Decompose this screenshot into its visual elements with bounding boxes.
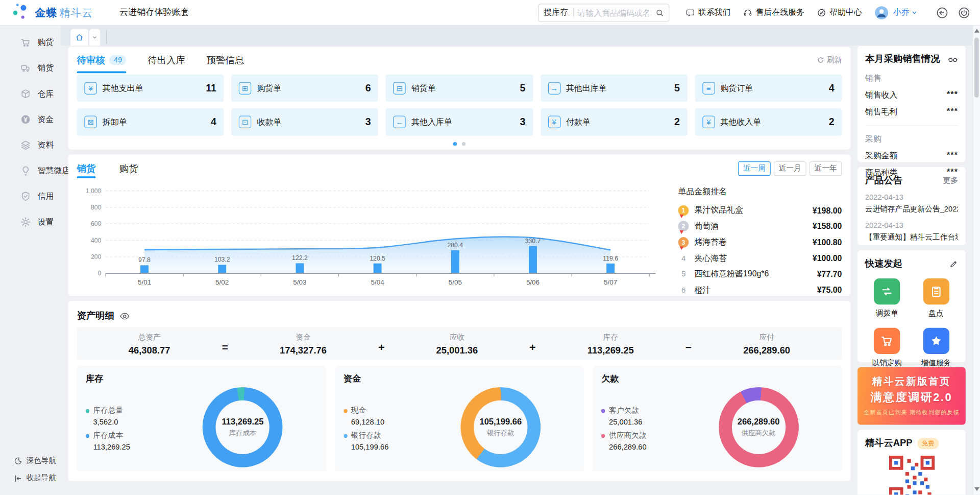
layers-icon	[20, 139, 31, 151]
range-year-button[interactable]: 近一年	[810, 161, 842, 175]
range-month-button[interactable]: 近一月	[774, 161, 806, 175]
announcement-link[interactable]: 【重要通知】精斗云工作台域...	[865, 232, 958, 243]
svg-text:5/07: 5/07	[604, 278, 617, 286]
scroll-down-arrow[interactable]	[974, 487, 979, 491]
app-qr-code	[889, 455, 935, 494]
ranking-item[interactable]: 6 橙汁 ¥75.00	[678, 285, 842, 296]
chat-icon	[685, 8, 698, 17]
tab-pending-inout[interactable]: 待出入库	[148, 47, 185, 73]
sidebar-item-warehouse[interactable]: 仓库	[0, 86, 61, 102]
todo-card[interactable]: ≡ 购货订单 4	[695, 75, 842, 102]
todo-card[interactable]: ¥ 其他收入单 2	[695, 108, 842, 136]
sales-cart-icon: ⊟	[394, 82, 406, 94]
home-icon	[75, 33, 84, 41]
eye-icon[interactable]	[119, 311, 130, 320]
inventory-legend: 库存总量 3,562.0 库存成本 113,269.25	[86, 402, 168, 453]
disassembly-icon: ⊠	[84, 116, 96, 128]
help-center-link[interactable]: 帮助中心	[817, 7, 862, 18]
tab-purchase[interactable]: 购货	[119, 154, 138, 182]
app-root: 金蝶 精斗云 云进销存体验账套 搜库存 联系我们 售后在线服务	[0, 0, 980, 495]
ranking-item[interactable]: 2 葡萄酒 ¥158.00	[678, 221, 842, 232]
todo-card[interactable]: ⊠ 拆卸单 4	[77, 108, 224, 136]
funds-donut-chart: 105,199.66 银行存款	[460, 387, 541, 467]
ranking-item[interactable]: 3 烤海苔卷 ¥100.80	[678, 237, 842, 248]
funds-panel: 资金 现金 69,128.10 银行存款 105,199.66 105,199.…	[335, 366, 584, 471]
svg-text:5/03: 5/03	[293, 278, 306, 286]
quick-stocktake[interactable]: 盘点	[914, 278, 958, 319]
todo-card[interactable]: ⊡ 收款单 3	[231, 108, 378, 136]
pencil-icon[interactable]	[949, 260, 958, 268]
receipt-icon: ⊡	[239, 116, 251, 128]
page-dot-2[interactable]	[462, 142, 465, 146]
survey-promo-banner[interactable]: 精斗云新版首页 满意度调研2.0 全新首页已到来 期待收到您的反馈	[857, 367, 966, 425]
yen-circle-icon	[20, 114, 31, 125]
assets-panel: 资产明细 总资产 46,308.77 = 资金 174,327.76 + 应收 …	[68, 301, 850, 481]
sales-body: 02004006008001,00097.8103.2122.2120.5280…	[77, 182, 842, 300]
refresh-button[interactable]: 刷新	[817, 55, 842, 65]
todo-card[interactable]: ¥ 付款单 2	[541, 108, 688, 136]
search-input[interactable]	[574, 8, 655, 17]
sidebar-item-settings[interactable]: 设置	[0, 214, 61, 230]
todo-tabs: 待审核 49 待出入库 预警信息 刷新	[77, 47, 842, 73]
contact-us-link[interactable]: 联系我们	[685, 7, 730, 18]
ranking-item[interactable]: 1 果汁饮品礼盒 ¥198.00	[678, 204, 842, 216]
todo-card[interactable]: → 其他出库单 5	[541, 75, 688, 102]
gear-icon	[20, 217, 31, 228]
collapse-icon	[14, 474, 22, 483]
search-icon[interactable]	[655, 8, 664, 17]
quick-transfer-order[interactable]: 调拨单	[865, 278, 909, 319]
svg-text:800: 800	[91, 204, 102, 211]
refresh-icon	[817, 56, 824, 64]
inventory-search[interactable]: 搜库存	[538, 4, 669, 22]
tab-pending-approval[interactable]: 待审核 49	[77, 47, 127, 73]
back-button[interactable]	[935, 5, 949, 19]
other-expense-icon: ¥	[84, 82, 96, 94]
sidebar-item-purchase[interactable]: 购货	[0, 34, 61, 51]
glasses-icon[interactable]	[947, 55, 958, 63]
rank-badge: 6	[678, 285, 689, 295]
sidebar-item-credit[interactable]: 信用	[0, 188, 61, 205]
sales-trend-chart: 02004006008001,00097.8103.2122.2120.5280…	[77, 182, 670, 294]
sidebar: 购货 销货 仓库 资金 资料 智慧微店 信用 设置	[0, 25, 61, 495]
announcement-link[interactable]: 云进销存产品更新公告_20220...	[865, 204, 958, 215]
vertical-scrollbar[interactable]	[972, 25, 980, 495]
todo-card[interactable]: ⊟ 销货单 5	[386, 75, 533, 102]
page-dot-1[interactable]	[453, 142, 457, 146]
home-tab[interactable]	[70, 29, 88, 45]
dark-nav-toggle[interactable]: 深色导航	[0, 455, 70, 466]
search-scope-label[interactable]: 搜库存	[539, 7, 573, 18]
todo-card[interactable]: ← 其他入库单 3	[386, 108, 533, 136]
tab-warning-info[interactable]: 预警信息	[207, 47, 244, 73]
scrollbar-thumb[interactable]	[974, 37, 979, 98]
ranking-item[interactable]: 4 夹心海苔 ¥100.00	[678, 252, 842, 264]
tab-sales[interactable]: 销货	[77, 154, 96, 182]
todo-card[interactable]: ⊞ 购货单 6	[231, 75, 378, 102]
moon-icon	[14, 456, 22, 465]
operator-minus: −	[685, 333, 692, 354]
user-menu[interactable]: 小乔	[874, 5, 917, 19]
scroll-up-arrow[interactable]	[974, 29, 979, 32]
after-sales-service-link[interactable]: 售后在线服务	[743, 7, 804, 18]
rank-badge: 1	[678, 205, 689, 216]
ranking-item[interactable]: 5 西红柿意粉酱190g*6 ¥77.70	[678, 268, 842, 279]
announcements-title: 产品公告	[865, 175, 902, 186]
collapse-nav-toggle[interactable]: 收起导航	[0, 473, 70, 484]
right-sidebar: 本月采购销售情况 销售 销售收入 *** 销售毛利 *** 采购 采购金额 **…	[857, 45, 966, 494]
sidebar-item-smart-store[interactable]: 智慧微店	[0, 162, 61, 179]
free-badge: 免费	[917, 438, 939, 449]
sidebar-item-data[interactable]: 资料	[0, 137, 61, 153]
sales-income-row: 销售收入 ***	[865, 89, 958, 101]
range-week-button[interactable]: 近一周	[738, 161, 771, 175]
warehouse-cube-icon	[20, 88, 31, 100]
sidebar-item-sales[interactable]: 销货	[0, 60, 61, 77]
svg-text:0: 0	[98, 270, 102, 277]
todo-card[interactable]: ¥ 其他支出单 11	[77, 75, 224, 102]
more-link[interactable]: 更多	[943, 175, 958, 186]
quick-value-added-service[interactable]: 增值服务	[914, 328, 958, 369]
sidebar-item-funds[interactable]: 资金	[0, 111, 61, 128]
payables: 应付 266,289.60	[743, 332, 790, 355]
quick-sell-to-buy[interactable]: 以销定购	[865, 328, 909, 369]
announcement-date: 2022-04-13	[865, 221, 958, 229]
power-button[interactable]	[957, 5, 971, 19]
tab-dropdown[interactable]	[89, 29, 100, 45]
